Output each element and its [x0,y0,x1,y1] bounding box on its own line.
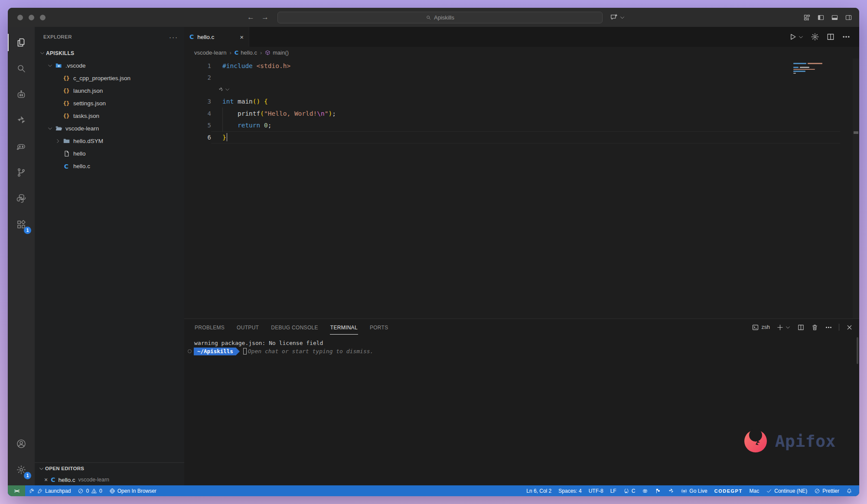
activity-bar-item-extensions[interactable]: 1 [8,211,35,237]
command-center-search[interactable]: Apiskills [277,12,603,23]
breadcrumb-item[interactable]: Chello.c [235,49,257,56]
panel-tab-problems[interactable]: PROBLEMS [194,320,225,335]
json-icon: {} [62,113,71,119]
open-editors-header[interactable]: OPEN EDITORS [35,463,184,474]
minimize-window-button[interactable] [29,15,34,20]
close-window-button[interactable] [17,15,23,20]
code-line-3[interactable]: 3int main() { [184,96,859,108]
status-item-problems[interactable]: 00 [74,485,105,496]
panel-tab-output[interactable]: OUTPUT [236,320,259,335]
activity-bar-item-github-copilot[interactable] [8,133,35,159]
status-count: 0 [99,488,102,494]
close-panel-icon[interactable] [846,324,853,331]
status-item-codegpt[interactable]: CODEGPT [711,485,746,496]
customize-layout-icon[interactable] [803,14,811,21]
activity-bar-item-source-control[interactable] [8,159,35,185]
chevron-down-icon [225,87,230,92]
activity-bar-item-ai-chat[interactable] [8,81,35,107]
status-item-indentation[interactable]: Spaces: 4 [555,485,585,496]
terminal-hint-text: Open chat or start typing to dismiss. [248,348,374,354]
split-editor-icon[interactable] [826,33,835,41]
code-line-4[interactable]: 4 printf("Hello, World!\n"); [184,107,859,120]
zoom-window-button[interactable] [40,15,46,20]
status-item-eol[interactable]: LF [607,485,620,496]
code-editor[interactable]: 1#include <stdio.h>23int main() {4 print… [184,59,859,319]
status-item-language-mode[interactable]: C [620,485,639,496]
tree-item-tasks-json[interactable]: {}tasks.json [35,110,184,122]
tree-item-apiskills[interactable]: APISKILLS [35,47,184,59]
tree-item-hello[interactable]: hello [35,147,184,160]
tab-hello-c[interactable]: C hello.c × [184,27,249,47]
status-item-blackbox[interactable] [652,485,665,496]
close-tab-icon[interactable]: × [240,33,244,41]
tree-item-launch-json[interactable]: {}launch.json [35,85,184,97]
panel-tab-terminal[interactable]: TERMINAL [330,320,358,335]
kill-terminal-icon[interactable] [811,324,818,331]
inline-ai-lens[interactable] [184,84,859,96]
run-button[interactable] [789,33,797,41]
toggle-primary-sidebar-icon[interactable] [817,14,825,21]
shell-label[interactable]: zsh [762,324,770,330]
code-line-6[interactable]: 6} [184,131,859,143]
status-item-mac[interactable]: Mac [746,485,763,496]
explorer-more-actions-icon[interactable]: ··· [169,33,178,41]
run-dropdown-icon[interactable] [798,34,804,40]
activity-bar-item-search[interactable] [8,55,35,81]
errslash-icon [814,488,820,494]
status-item-go-live[interactable]: Go Live [678,485,711,496]
code-line-2[interactable]: 2 [184,72,859,84]
activity-bar-item-ai-pinwheel[interactable] [8,107,35,133]
status-item-cursor-position[interactable]: Ln 6, Col 2 [523,485,555,496]
close-editor-icon[interactable]: × [44,476,48,483]
breadcrumb-item[interactable]: vscode-learn [194,49,226,56]
window-controls [17,15,46,20]
chevron-down-icon[interactable] [785,325,791,330]
toggle-secondary-sidebar-icon[interactable] [845,14,852,21]
go-back-icon[interactable]: ← [247,13,254,22]
status-item-open-in-browser[interactable]: Open In Browser [106,485,160,496]
status-item-encoding[interactable]: UTF-8 [585,485,607,496]
status-item-launchpad[interactable]: Launchpad [25,485,74,496]
search-value: Apiskills [434,14,454,21]
panel-tab-ports[interactable]: PORTS [369,320,389,335]
activity-bar-item-settings[interactable]: 1 [8,457,35,483]
robotface-icon [642,488,648,494]
panel-tab-debug-console[interactable]: DEBUG CONSOLE [271,320,319,335]
workbench: 1 1 EXPLORER ··· APISKILLS.vscode{}c_cpp… [8,27,859,485]
activity-bar-item-explorer[interactable] [8,29,35,55]
settings-gear-icon[interactable] [811,33,819,41]
tree-item--vscode[interactable]: .vscode [35,59,184,72]
terminal-icon [752,324,759,331]
status-item-ai-pinwheel-status[interactable] [665,485,678,496]
activity-bar-item-accounts[interactable] [8,431,35,457]
python-icon [16,193,26,204]
code-line-5[interactable]: 5 return 0; [184,120,859,132]
panel-header: PROBLEMSOUTPUTDEBUG CONSOLETERMINALPORTS… [184,319,859,335]
remote-indicator[interactable]: >< [8,485,25,496]
terminal-scrollbar[interactable] [857,337,858,364]
tree-item-hello-c[interactable]: Chello.c [35,160,184,172]
split-terminal-icon[interactable] [797,324,805,331]
code-line-1[interactable]: 1#include <stdio.h> [184,60,859,72]
tree-item-hello-dsym[interactable]: hello.dSYM [35,135,184,147]
tree-item-settings-json[interactable]: {}settings.json [35,97,184,110]
status-item-prettier[interactable]: Prettier [811,485,843,496]
status-item-continue[interactable]: Continue (NE) [763,485,811,496]
more-actions-icon[interactable] [842,33,851,41]
activity-bar-item-python[interactable] [8,185,35,211]
new-terminal-icon[interactable] [776,324,784,331]
tree-item-vscode-learn[interactable]: vscode-learn [35,122,184,135]
status-item-notifications[interactable] [843,485,856,496]
status-item-codegpt-robot[interactable] [639,485,652,496]
terminal[interactable]: warning package.json: No license field ~… [184,335,859,485]
tree-item-c-cpp-properties-json[interactable]: {}c_cpp_properties.json [35,72,184,85]
explorer-icon [16,37,26,48]
more-actions-icon[interactable] [825,324,832,331]
open-editor-item[interactable]: × C hello.c vscode-learn [35,474,184,485]
toggle-panel-icon[interactable] [831,14,838,21]
breadcrumb-item[interactable]: main() [265,49,289,56]
go-forward-icon[interactable]: → [261,13,269,22]
activity-bar-top: 1 [8,29,35,237]
copilot-chat-button[interactable] [610,13,625,22]
apifox-watermark: Apifox [743,428,836,454]
